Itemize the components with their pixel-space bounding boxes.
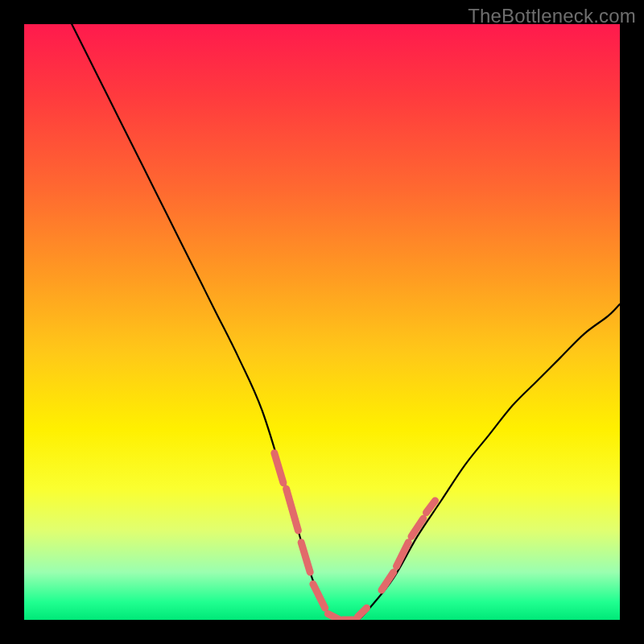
dash-segment (382, 572, 394, 590)
dash-segment (427, 501, 436, 513)
dash-segment (328, 614, 340, 620)
dash-segment (357, 608, 366, 617)
dash-segment (275, 453, 283, 483)
chart-svg (24, 24, 620, 620)
dash-segment (411, 518, 423, 536)
recommended-range-dashes (275, 453, 436, 620)
dash-segment (301, 543, 310, 572)
bottleneck-curve-path (72, 24, 620, 620)
dash-segment (287, 489, 299, 530)
plot-area (24, 24, 620, 620)
dash-segment (313, 584, 325, 609)
dash-segment (397, 543, 409, 567)
chart-frame: TheBottleneck.com (0, 0, 644, 644)
